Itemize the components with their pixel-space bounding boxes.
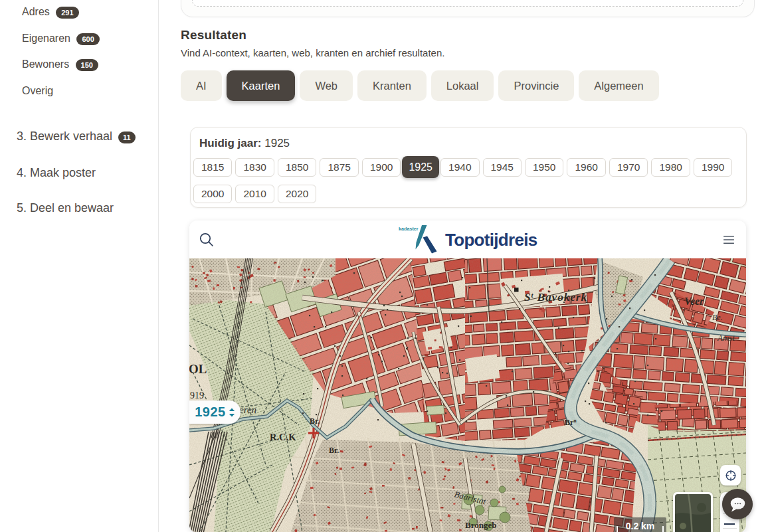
svg-text:kadaster: kadaster <box>399 226 419 232</box>
